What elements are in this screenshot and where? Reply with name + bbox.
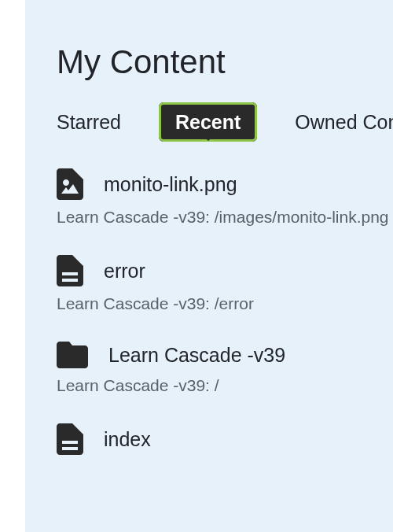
tab-starred[interactable]: Starred [57,111,121,134]
tab-owned[interactable]: Owned Content [295,111,393,134]
content-list: monito-link.png Learn Cascade -v39: /ima… [57,168,393,491]
list-item[interactable]: index [57,423,393,463]
image-file-icon [57,168,83,200]
item-path: Learn Cascade -v39: /error [57,294,393,313]
list-item[interactable]: Learn Cascade -v39 Learn Cascade -v39: / [57,342,393,395]
page-title: My Content [57,43,393,81]
item-path: Learn Cascade -v39: / [57,376,393,395]
tab-recent-wrap: Recent [159,111,257,134]
content-tabs: Starred Recent Owned Content [57,111,393,134]
tab-recent[interactable]: Recent [159,102,257,142]
file-icon [57,255,83,286]
item-name: monito-link.png [104,173,237,196]
item-name: index [104,428,151,451]
item-path: Learn Cascade -v39: /images/monito-link.… [57,208,393,227]
item-name: error [104,260,145,283]
list-item[interactable]: error Learn Cascade -v39: /error [57,255,393,313]
item-name: Learn Cascade -v39 [108,344,285,367]
my-content-panel: My Content Starred Recent Owned Content … [25,0,393,532]
list-item[interactable]: monito-link.png Learn Cascade -v39: /ima… [57,168,393,227]
folder-icon [57,342,88,368]
file-icon [57,423,83,455]
